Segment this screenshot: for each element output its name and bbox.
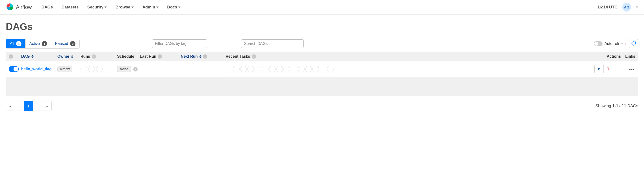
- filter-paused-label: Paused: [55, 42, 68, 46]
- page-title: DAGs: [6, 21, 638, 32]
- bottom-row: « ‹ 1 › » Showing 1-1 of 1 DAGs: [6, 101, 638, 111]
- nav-right: 16:14 UTC AG: [598, 3, 638, 12]
- nav-links: DAGs Datasets Security Browse Admin Docs: [42, 5, 598, 10]
- more-links-button[interactable]: [628, 69, 635, 70]
- tag-filter-input[interactable]: [152, 39, 207, 48]
- task-circle: [327, 66, 334, 72]
- user-avatar[interactable]: AG: [622, 3, 631, 12]
- filter-all-label: All: [10, 42, 14, 46]
- info-icon[interactable]: i: [133, 67, 138, 71]
- dag-link[interactable]: hello_world_dag: [21, 67, 52, 71]
- task-circle: [233, 66, 240, 72]
- col-recent-header: Recent Tasks i: [226, 54, 594, 59]
- run-status-circles[interactable]: [80, 66, 110, 72]
- col-toggle-header: i: [9, 54, 21, 59]
- trash-icon: [606, 67, 610, 71]
- info-icon[interactable]: i: [92, 54, 96, 59]
- info-icon[interactable]: i: [9, 54, 13, 59]
- col-owner-header[interactable]: Owner: [57, 54, 80, 59]
- recent-task-circles[interactable]: [226, 66, 334, 72]
- nav-security[interactable]: Security: [87, 5, 107, 10]
- info-icon[interactable]: i: [158, 54, 162, 59]
- table-footer: [6, 77, 638, 96]
- task-circle: [226, 66, 232, 72]
- play-icon: [597, 67, 600, 71]
- run-circle: [104, 66, 110, 72]
- col-actions-header: Actions: [594, 54, 621, 59]
- user-menu-caret-icon[interactable]: [636, 7, 638, 8]
- task-circle: [312, 66, 319, 72]
- info-icon[interactable]: i: [203, 54, 207, 59]
- page-first[interactable]: «: [6, 101, 15, 111]
- nav-dags[interactable]: DAGs: [42, 5, 53, 10]
- run-circle: [96, 66, 103, 72]
- trigger-dag-button[interactable]: [594, 65, 603, 73]
- dag-pause-toggle[interactable]: [9, 66, 19, 72]
- filter-group: All 1 Active 1 Paused 0: [6, 39, 80, 49]
- clock[interactable]: 16:14 UTC: [598, 5, 618, 10]
- caret-down-icon: [104, 7, 107, 8]
- sort-icon: [71, 55, 73, 58]
- info-icon[interactable]: i: [252, 54, 256, 59]
- toolbar: All 1 Active 1 Paused 0 Auto-refresh: [6, 39, 638, 49]
- schedule-badge[interactable]: None: [117, 66, 131, 72]
- col-schedule-header: Schedule: [117, 54, 140, 59]
- page-prev[interactable]: ‹: [15, 101, 24, 111]
- col-dag-header[interactable]: DAG: [21, 54, 57, 59]
- refresh-button[interactable]: [629, 39, 638, 48]
- task-circle: [320, 66, 326, 72]
- filter-active[interactable]: Active 1: [25, 39, 51, 48]
- filter-paused[interactable]: Paused 0: [51, 39, 79, 48]
- sort-icon: [199, 55, 202, 58]
- task-circle: [305, 66, 312, 72]
- search-dags-input[interactable]: [241, 39, 304, 48]
- table-row: hello_world_dag airflow None i: [6, 61, 638, 77]
- task-circle: [269, 66, 276, 72]
- svg-point-0: [10, 6, 10, 7]
- task-circle: [254, 66, 261, 72]
- owner-badge[interactable]: airflow: [57, 66, 72, 72]
- autorefresh-toggle[interactable]: [594, 41, 602, 46]
- run-circle: [88, 66, 95, 72]
- task-circle: [291, 66, 298, 72]
- filter-all-count: 1: [16, 41, 22, 46]
- col-links-header: Links: [621, 54, 635, 59]
- autorefresh-label: Auto-refresh: [604, 42, 626, 46]
- links-cell: [621, 67, 635, 71]
- delete-dag-button[interactable]: [603, 65, 612, 73]
- caret-down-icon: [131, 7, 134, 8]
- dag-name-cell: hello_world_dag: [21, 67, 57, 71]
- runs-cell: [80, 66, 117, 72]
- filter-paused-count: 0: [70, 41, 76, 46]
- toolbar-right: Auto-refresh: [594, 39, 638, 48]
- actions-cell: [594, 65, 621, 73]
- airflow-pinwheel-icon: [6, 3, 14, 12]
- col-nextrun-header[interactable]: Next Run i: [181, 54, 226, 59]
- page-last[interactable]: »: [42, 101, 52, 111]
- refresh-icon: [631, 41, 636, 47]
- task-circle: [240, 66, 247, 72]
- filter-active-label: Active: [30, 42, 40, 46]
- task-circle: [276, 66, 283, 72]
- owner-cell: airflow: [57, 66, 80, 72]
- brand[interactable]: Airflow: [6, 3, 32, 12]
- nav-docs[interactable]: Docs: [167, 5, 181, 10]
- caret-down-icon: [178, 7, 180, 8]
- nav-datasets[interactable]: Datasets: [62, 5, 78, 10]
- schedule-cell: None i: [117, 66, 140, 72]
- pagination: « ‹ 1 › »: [6, 101, 52, 111]
- caret-down-icon: [156, 7, 158, 8]
- brand-text: Airflow: [16, 4, 32, 10]
- top-navbar: Airflow DAGs Datasets Security Browse Ad…: [0, 0, 644, 15]
- page-next[interactable]: ›: [33, 101, 42, 111]
- run-circle: [80, 66, 87, 72]
- nav-browse[interactable]: Browse: [116, 5, 134, 10]
- filter-all[interactable]: All 1: [6, 39, 25, 48]
- page-1[interactable]: 1: [24, 101, 33, 111]
- autorefresh-control[interactable]: Auto-refresh: [594, 41, 626, 46]
- task-circle: [284, 66, 290, 72]
- sort-icon: [31, 55, 34, 58]
- col-runs-header: Runs i: [80, 54, 117, 59]
- nav-admin[interactable]: Admin: [142, 5, 158, 10]
- page-body: DAGs All 1 Active 1 Paused 0 Auto-refres…: [0, 15, 644, 117]
